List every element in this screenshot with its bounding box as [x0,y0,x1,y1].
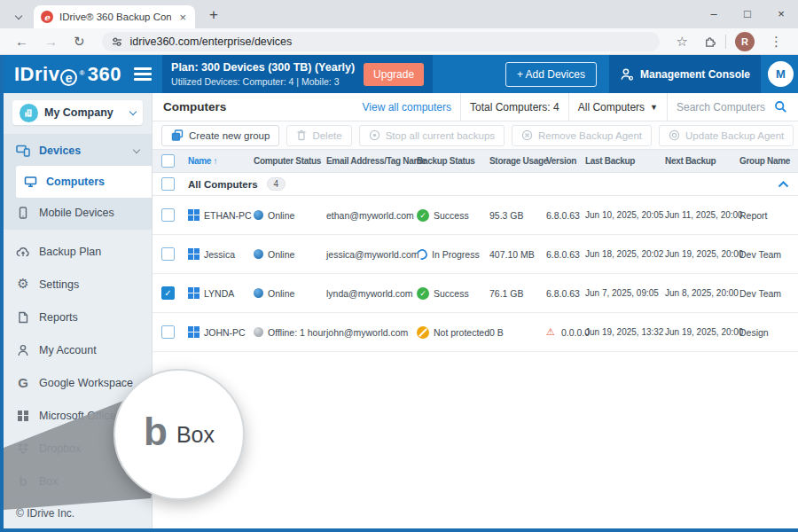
sidebar-item-backup-plan[interactable]: Backup Plan [4,235,152,268]
management-console-button[interactable]: Management Console [609,55,761,93]
sidebar-item-reports[interactable]: Reports [4,301,152,333]
column-name[interactable]: Name ↑ [188,156,254,166]
table-row[interactable]: ✓ LYNDA Online lynda@myworld.com ✓Succes… [153,274,798,313]
chevron-down-icon [133,145,140,153]
column-email[interactable]: Email Address/Tag Name [326,156,417,166]
online-status-icon [254,210,263,220]
storage-usage: 95.3 GB [489,210,546,221]
browser-menu-icon[interactable]: ⋮ [763,34,789,50]
create-new-group-button[interactable]: Create new group [161,125,279,146]
divider [667,93,668,121]
company-name: My Company [44,106,124,119]
sidebar-item-dropbox[interactable]: Dropbox [4,432,152,465]
upgrade-button[interactable]: Upgrade [364,63,424,86]
sidebar-item-devices[interactable]: Devices [4,136,152,166]
minimize-button[interactable]: – [697,1,731,27]
reload-icon[interactable]: ↻ [67,34,91,50]
sidebar-item-mobile-devices[interactable]: Mobile Devices [4,198,152,228]
windows-logo-icon [188,248,200,260]
computer-status: Online [268,210,294,221]
column-computer-status[interactable]: Computer Status [254,156,326,166]
view-all-computers-link[interactable]: View all computers [363,101,452,113]
next-backup: Jun 19, 2025, 20:00 [665,327,739,337]
sidebar-item-google-workspace[interactable]: G Google Workspace [4,366,152,399]
google-g-icon: G [16,376,30,389]
windows-logo-icon [188,209,200,221]
group-copy-icon [171,129,184,141]
group-name: Dev Team [739,249,789,260]
row-checkbox[interactable]: ✓ [161,286,175,300]
select-all-checkbox[interactable] [161,154,175,168]
mobile-phone-icon [16,207,30,219]
column-storage-usage[interactable]: Storage Usage [489,156,546,166]
tab-search-button[interactable] [7,9,30,25]
management-console-label: Management Console [640,68,750,81]
success-icon: ✓ [417,287,429,300]
row-checkbox[interactable] [161,247,175,261]
column-backup-status[interactable]: Backup Status [417,156,489,166]
tab-strip: e IDrive® 360 Backup Console fo × + – □ … [0,0,798,28]
browser-tab[interactable]: e IDrive® 360 Backup Console fo × [34,5,195,28]
site-settings-icon[interactable] [111,35,123,48]
bookmark-star-icon[interactable]: ☆ [670,34,694,50]
url-text: idrive360.com/enterprise/devices [130,35,293,48]
remove-backup-agent-button[interactable]: Remove Backup Agent [512,125,652,146]
sidebar-item-settings[interactable]: ⚙ Settings [4,268,152,301]
sidebar-item-label: My Account [39,344,97,356]
column-version[interactable]: Version [546,156,585,166]
company-selector[interactable]: My Company [12,100,143,125]
sidebar-item-label: Dropbox [39,442,81,455]
check-icon: ✓ [164,289,171,298]
success-icon: ✓ [417,209,429,222]
devices-icon [16,145,30,157]
tab-close-icon[interactable]: × [177,11,188,24]
row-checkbox[interactable] [161,325,175,339]
group-filter-dropdown[interactable]: All Computers ▼ [578,101,658,113]
version: 6.8.0.63 [546,210,585,221]
sidebar-nav: Backup Plan ⚙ Settings Reports [4,230,152,497]
stop-circle-icon [369,129,380,141]
table-row[interactable]: ETHAN-PC Online ethan@myworld.com ✓Succe… [153,196,798,235]
content-topbar: Computers View all computers Total Compu… [153,93,798,121]
sidebar-item-box[interactable]: b Box [4,465,152,497]
last-backup: Jun 18, 2025, 20:02 [585,249,665,259]
hamburger-menu-icon[interactable] [134,65,152,84]
sidebar-item-computers[interactable]: Computers [16,166,152,198]
table-row[interactable]: Jessica Online jessica@myworld.com In Pr… [153,235,798,274]
column-group-name[interactable]: Group Name [739,156,790,166]
update-backup-agent-button[interactable]: Update Backup Agent [659,125,794,146]
extensions-icon[interactable] [703,35,716,48]
row-checkbox[interactable] [161,208,175,222]
search-icon[interactable] [774,100,787,113]
search-input[interactable] [677,101,769,113]
idrive-app: IDrive®360 Plan: 300 Devices (300 TB) (Y… [0,55,798,532]
column-next-backup[interactable]: Next Backup [665,156,739,166]
collapse-group-button[interactable] [778,181,789,188]
maximize-button[interactable]: □ [731,1,764,27]
close-button[interactable]: × [764,1,798,27]
chevron-down-icon [129,107,137,114]
delete-button[interactable]: Delete [286,125,351,146]
stop-backups-button[interactable]: Stop all current backups [359,125,505,146]
sidebar-item-microsoft-office-365[interactable]: Microsoft Office 365 [4,399,152,432]
sidebar-item-label: Computers [46,176,105,188]
add-devices-button[interactable]: + Add Devices [505,62,597,87]
dropbox-icon [16,442,30,455]
sidebar-item-my-account[interactable]: My Account [4,333,152,366]
sidebar-item-label: Reports [39,311,78,324]
profile-avatar[interactable]: R [735,32,755,51]
new-tab-button[interactable]: + [204,6,223,24]
window-controls: – □ × [697,1,798,27]
address-bar[interactable]: idrive360.com/enterprise/devices [102,32,660,51]
computer-name: ETHAN-PC [204,210,252,221]
column-last-backup[interactable]: Last Backup [585,156,665,166]
sidebar-item-label: Google Workspace [39,377,133,389]
back-icon[interactable]: ← [9,34,35,49]
browser-toolbar: ← → ↻ idrive360.com/enterprise/devices ☆… [0,28,798,55]
user-avatar[interactable]: M [768,61,794,87]
computer-status: Online [268,249,294,260]
table-row[interactable]: JOHN-PC Offline: 1 hour john@myworld.com… [153,313,798,352]
group-checkbox[interactable] [161,177,175,191]
forward-icon[interactable]: → [38,34,64,49]
backup-status: Success [434,288,469,299]
